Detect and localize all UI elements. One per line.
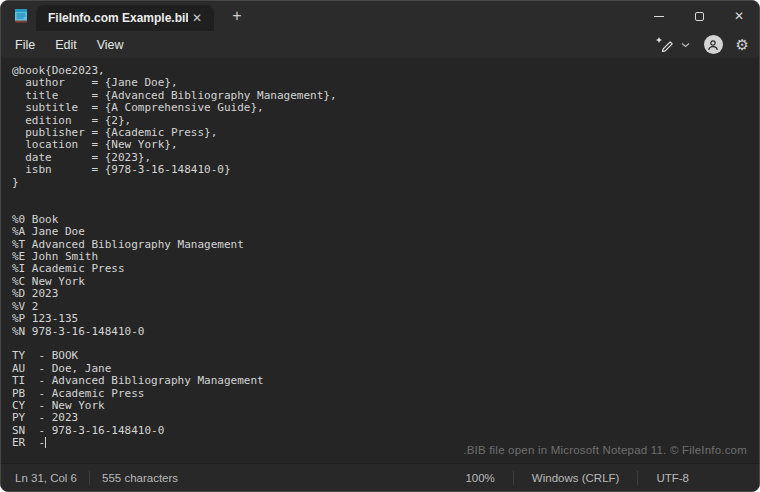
editor-line: PY - 2023: [12, 412, 759, 424]
editor-text: @book{Doe2023, author = {Jane Doe}, titl…: [12, 65, 759, 450]
watermark-text: .BIB file open in Microsoft Notepad 11. …: [463, 444, 747, 456]
menubar-right-icons: ⚙: [654, 35, 749, 55]
editor-line: %A Jane Doe: [12, 226, 759, 238]
menu-file[interactable]: File: [5, 35, 45, 55]
window-controls: ✕: [639, 1, 759, 31]
editor-area[interactable]: @book{Doe2023, author = {Jane Doe}, titl…: [1, 58, 759, 463]
cursor-position: Ln 31, Col 6: [15, 472, 77, 484]
editor-line: %D 2023: [12, 288, 759, 300]
tab-close-icon[interactable]: ✕: [188, 9, 206, 27]
character-count: 555 characters: [102, 472, 178, 484]
close-button[interactable]: ✕: [719, 1, 759, 31]
new-tab-button[interactable]: +: [225, 4, 249, 28]
menu-view[interactable]: View: [87, 35, 134, 55]
editor-line: [12, 201, 759, 213]
menu-edit[interactable]: Edit: [45, 35, 87, 55]
maximize-icon: [695, 12, 704, 21]
rewrite-button[interactable]: [654, 35, 690, 55]
editor-line: %0 Book: [12, 214, 759, 226]
editor-line: [12, 338, 759, 350]
minimize-button[interactable]: [639, 1, 679, 31]
maximize-button[interactable]: [679, 1, 719, 31]
editor-line: %C New York: [12, 276, 759, 288]
editor-line: %I Academic Press: [12, 263, 759, 275]
editor-line: TY - BOOK: [12, 350, 759, 362]
statusbar-right: 100% Windows (CRLF) UTF-8: [465, 471, 759, 485]
chevron-down-icon: [681, 42, 690, 48]
editor-line: CY - New York: [12, 400, 759, 412]
editor-line: author = {Jane Doe},: [12, 77, 759, 89]
statusbar-left: Ln 31, Col 6 555 characters: [1, 471, 178, 485]
pen-sparkle-icon: [654, 35, 676, 55]
editor-line: isbn = {978-3-16-148410-0}: [12, 164, 759, 176]
close-icon: ✕: [734, 10, 744, 22]
line-ending-indicator: Windows (CRLF): [532, 472, 620, 484]
statusbar: Ln 31, Col 6 555 characters 100% Windows…: [1, 463, 759, 491]
notepad-app-icon: [13, 8, 29, 24]
tab-fileinfo-example[interactable]: FileInfo.com Example.bib ✕: [36, 5, 214, 31]
zoom-level: 100%: [465, 472, 494, 484]
statusbar-divider: [637, 471, 638, 485]
editor-line: }: [12, 177, 759, 189]
minimize-icon: [654, 16, 664, 17]
editor-line: PB - Academic Press: [12, 388, 759, 400]
text-caret: [45, 437, 46, 448]
editor-line: %T Advanced Bibliography Management: [12, 239, 759, 251]
statusbar-divider: [513, 471, 514, 485]
statusbar-divider: [89, 471, 90, 485]
menubar: File Edit View ⚙: [1, 31, 759, 58]
account-avatar[interactable]: [704, 35, 723, 54]
editor-line: subtitle = {A Comprehensive Guide},: [12, 102, 759, 114]
editor-line: %P 123-135: [12, 313, 759, 325]
editor-line: [12, 189, 759, 201]
editor-line: SN - 978-3-16-148410-0: [12, 425, 759, 437]
encoding-indicator: UTF-8: [656, 472, 689, 484]
notepad-window: FileInfo.com Example.bib ✕ + ✕ File Edit…: [0, 0, 760, 492]
editor-line: location = {New York},: [12, 139, 759, 151]
settings-gear-icon[interactable]: ⚙: [736, 37, 749, 52]
editor-line: %V 2: [12, 301, 759, 313]
editor-line: %N 978-3-16-148410-0: [12, 326, 759, 338]
tab-title: FileInfo.com Example.bib: [48, 11, 188, 25]
titlebar: FileInfo.com Example.bib ✕ + ✕: [1, 1, 759, 31]
person-icon: [707, 39, 719, 51]
editor-line: TI - Advanced Bibliography Management: [12, 375, 759, 387]
